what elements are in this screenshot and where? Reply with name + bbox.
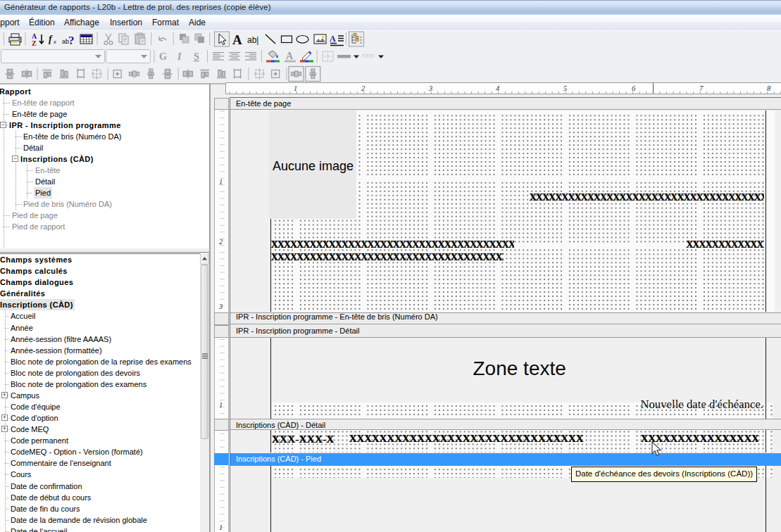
svg-text:ab|: ab|: [247, 35, 258, 45]
svg-text:?: ?: [68, 34, 75, 47]
svg-text:G: G: [159, 51, 167, 62]
svg-text:A: A: [330, 34, 336, 44]
svg-text:A: A: [286, 51, 294, 61]
svg-text:x: x: [53, 38, 56, 45]
svg-text:I: I: [177, 51, 182, 62]
svg-text:A: A: [232, 32, 242, 47]
svg-text:f: f: [49, 34, 53, 44]
svg-text:S: S: [194, 51, 199, 62]
svg-text:Z: Z: [32, 39, 37, 47]
